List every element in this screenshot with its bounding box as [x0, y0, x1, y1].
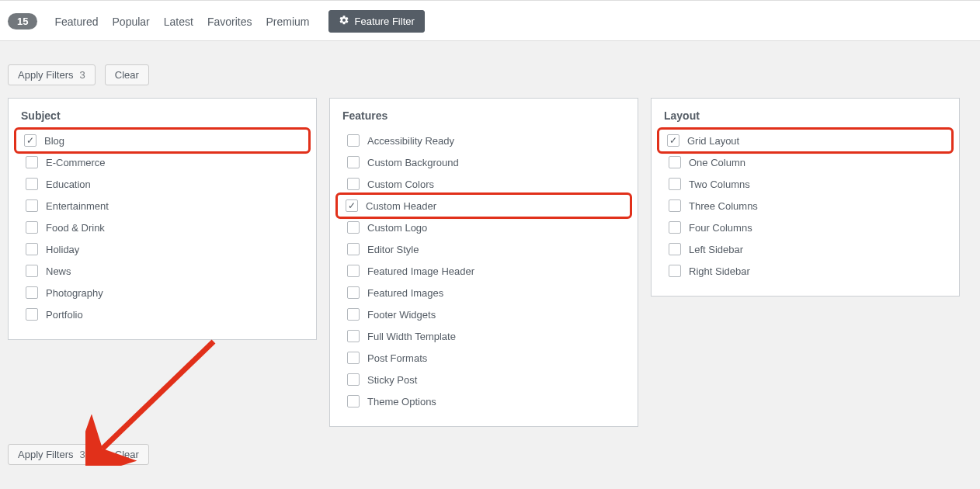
- panel-features: Features Accessibility ReadyCustom Backg…: [329, 98, 638, 427]
- filter-option[interactable]: Right Sidebar: [656, 260, 954, 282]
- checkbox-icon[interactable]: [669, 221, 681, 234]
- filter-option[interactable]: Full Width Template: [335, 325, 633, 347]
- checkbox-icon[interactable]: [347, 156, 360, 168]
- filter-option[interactable]: Left Sidebar: [656, 238, 954, 260]
- feature-filter-label: Feature Filter: [355, 16, 415, 27]
- checkbox-icon[interactable]: [347, 308, 360, 321]
- filter-option-label: Two Columns: [689, 179, 750, 190]
- button-row-top: Apply Filters 3 Clear: [0, 41, 980, 98]
- apply-filters-count-bottom: 3: [80, 449, 85, 460]
- checkbox-icon[interactable]: [347, 373, 360, 386]
- filter-option[interactable]: Accessibility Ready: [335, 130, 633, 151]
- filter-option[interactable]: Education: [13, 173, 311, 195]
- filter-option-label: Four Columns: [689, 222, 752, 234]
- checkbox-icon[interactable]: [347, 265, 360, 277]
- filter-option[interactable]: Theme Options: [335, 390, 633, 412]
- checkbox-icon[interactable]: [26, 156, 38, 168]
- checkbox-icon[interactable]: [26, 286, 38, 299]
- filter-option-label: Grid Layout: [687, 135, 739, 147]
- tab-latest[interactable]: Latest: [164, 16, 193, 28]
- filter-option[interactable]: Entertainment: [13, 195, 311, 217]
- filter-option-label: Right Sidebar: [689, 265, 750, 277]
- checkbox-icon[interactable]: [347, 178, 360, 190]
- filter-option[interactable]: Featured Image Header: [335, 260, 633, 282]
- checkbox-icon[interactable]: [26, 221, 38, 234]
- filter-option[interactable]: Photography: [13, 282, 311, 303]
- apply-filters-button-top[interactable]: Apply Filters 3: [8, 64, 96, 85]
- filter-option[interactable]: Two Columns: [656, 173, 954, 195]
- filter-option-label: Education: [46, 179, 91, 190]
- filter-option-label: Photography: [46, 287, 103, 299]
- checkbox-icon[interactable]: [667, 134, 679, 147]
- panel-subject: Subject BlogE-CommerceEducationEntertain…: [8, 98, 317, 340]
- checkbox-icon[interactable]: [669, 156, 681, 168]
- filter-option-label: Custom Background: [367, 157, 459, 168]
- filter-option-label: Post Formats: [367, 352, 427, 364]
- filter-option[interactable]: Custom Colors: [335, 173, 633, 195]
- filter-option[interactable]: E-Commerce: [13, 151, 311, 173]
- filter-option-label: Portfolio: [46, 309, 83, 321]
- apply-filters-button-bottom[interactable]: Apply Filters 3: [8, 444, 96, 465]
- filter-option[interactable]: Post Formats: [335, 347, 633, 369]
- filter-option-label: News: [46, 265, 71, 277]
- panel-features-title: Features: [330, 99, 638, 130]
- checkbox-icon[interactable]: [26, 265, 38, 277]
- filter-option[interactable]: Custom Logo: [335, 217, 633, 238]
- checkbox-icon[interactable]: [347, 395, 360, 408]
- checkbox-icon[interactable]: [347, 330, 360, 342]
- tab-popular[interactable]: Popular: [113, 16, 150, 28]
- filter-option-label: Custom Header: [366, 200, 436, 212]
- checkbox-icon[interactable]: [347, 352, 360, 364]
- filter-option-label: Featured Image Header: [367, 265, 474, 277]
- clear-button-top[interactable]: Clear: [105, 64, 149, 85]
- filter-option[interactable]: Featured Images: [335, 282, 633, 303]
- filter-option-label: Footer Widgets: [367, 309, 436, 321]
- checkbox-icon[interactable]: [669, 178, 681, 190]
- checkbox-icon[interactable]: [26, 199, 38, 212]
- feature-filter-button[interactable]: Feature Filter: [328, 10, 425, 33]
- filter-option-label: Blog: [44, 135, 64, 147]
- filter-option[interactable]: Four Columns: [656, 217, 954, 238]
- filter-option-label: Custom Logo: [367, 222, 427, 234]
- filter-option[interactable]: Sticky Post: [335, 369, 633, 390]
- tab-favorites[interactable]: Favorites: [207, 16, 252, 28]
- checkbox-icon[interactable]: [347, 134, 360, 147]
- button-row-bottom: Apply Filters 3 Clear: [0, 427, 980, 471]
- checkbox-icon[interactable]: [26, 308, 38, 321]
- filter-option-label: Accessibility Ready: [367, 135, 454, 147]
- panel-layout-title: Layout: [652, 99, 959, 130]
- top-bar: 15 Featured Popular Latest Favorites Pre…: [0, 0, 980, 41]
- filter-option-label: E-Commerce: [46, 157, 106, 168]
- checkbox-icon[interactable]: [26, 243, 38, 255]
- filter-option[interactable]: Editor Style: [335, 238, 633, 260]
- filter-option[interactable]: One Column: [656, 151, 954, 173]
- filter-option[interactable]: Food & Drink: [13, 217, 311, 238]
- checkbox-icon[interactable]: [346, 199, 358, 212]
- checkbox-icon[interactable]: [347, 221, 360, 234]
- filter-option[interactable]: Three Columns: [656, 195, 954, 217]
- filter-option[interactable]: Portfolio: [13, 303, 311, 325]
- checkbox-icon[interactable]: [26, 178, 38, 190]
- checkbox-icon[interactable]: [347, 286, 360, 299]
- filter-option[interactable]: Custom Background: [335, 151, 633, 173]
- filter-option[interactable]: Holiday: [13, 238, 311, 260]
- filter-option[interactable]: Blog: [16, 130, 308, 151]
- clear-label: Clear: [115, 69, 139, 81]
- filter-option[interactable]: Custom Header: [338, 195, 630, 217]
- clear-button-bottom[interactable]: Clear: [105, 444, 149, 465]
- tab-featured[interactable]: Featured: [54, 16, 98, 28]
- checkbox-icon[interactable]: [24, 134, 36, 147]
- tab-premium[interactable]: Premium: [266, 16, 310, 28]
- filter-option-label: Left Sidebar: [689, 244, 743, 255]
- checkbox-icon[interactable]: [669, 265, 681, 277]
- filter-option-label: Entertainment: [46, 200, 109, 212]
- checkbox-icon[interactable]: [669, 243, 681, 255]
- filter-option[interactable]: Grid Layout: [659, 130, 951, 151]
- filter-option[interactable]: Footer Widgets: [335, 303, 633, 325]
- panel-subject-title: Subject: [9, 99, 316, 130]
- filter-option-label: Holiday: [46, 244, 79, 255]
- checkbox-icon[interactable]: [347, 243, 360, 255]
- filter-option[interactable]: News: [13, 260, 311, 282]
- checkbox-icon[interactable]: [669, 199, 681, 212]
- panel-layout: Layout Grid LayoutOne ColumnTwo ColumnsT…: [651, 98, 960, 297]
